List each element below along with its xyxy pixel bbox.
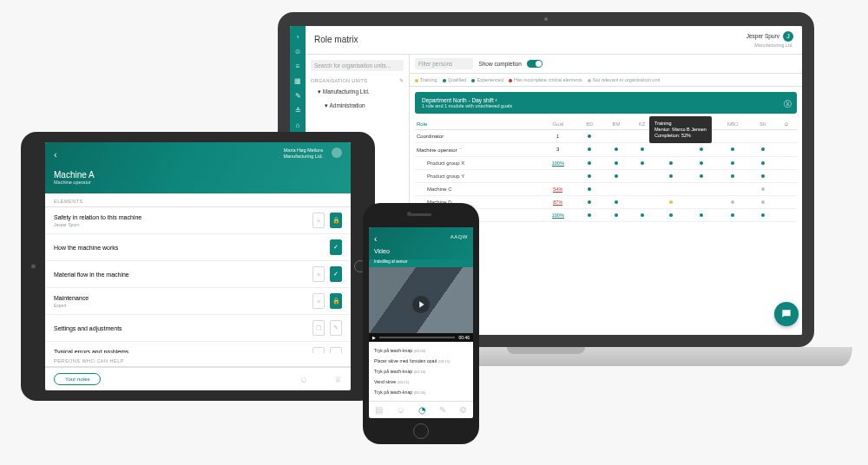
nav-org-icon[interactable]: ⌂ — [296, 121, 300, 129]
legend-notrelevant: Not relevant in organisation unit — [593, 77, 660, 82]
list-item[interactable]: MaintenanceExpert ≡🔒 — [45, 288, 351, 315]
list-item[interactable]: Settings and adjustments ▢✎ — [45, 315, 351, 342]
nav-expand-icon[interactable]: › — [297, 33, 299, 41]
tablet-camera-icon — [31, 265, 36, 269]
tree-item-root[interactable]: ▾ Manufacturing Ltd. — [311, 87, 404, 97]
dept-title: Department North - Day shift — [422, 97, 494, 103]
role-cell[interactable]: Product group Y — [415, 169, 539, 182]
check-icon[interactable]: ✓ — [330, 266, 342, 282]
edit-icon[interactable]: ✎ — [330, 320, 342, 336]
legend-training: Training — [420, 77, 437, 82]
tablet-user[interactable]: Maria Høg Mellora Manufacturing Ltd. — [283, 147, 323, 159]
check-icon[interactable]: ✓ — [330, 239, 342, 255]
element-list: Safety in relation to this machineJesper… — [45, 207, 351, 353]
document-icon[interactable]: ≡ — [312, 213, 325, 228]
avatar[interactable] — [332, 147, 342, 158]
play-icon[interactable] — [411, 295, 431, 314]
dept-subtitle: 1 role and 1 module with unachieved goal… — [422, 103, 790, 108]
legend-experienced: Experienced — [477, 77, 503, 82]
col-role[interactable]: Role — [415, 119, 539, 130]
video-duration: 00:46 — [458, 335, 470, 340]
list-item[interactable]: Vend skive (00:21) — [374, 377, 468, 387]
current-user[interactable]: Jesper SpurvJ Manufacturing Ltd. — [746, 31, 793, 49]
tab-people-icon[interactable]: ☺ — [396, 405, 404, 415]
table-header-row: Role Goal BD BM KZ MBJ MP NBO SK ☺ — [415, 119, 797, 130]
list-item[interactable]: Safety in relation to this machineJesper… — [45, 207, 351, 234]
role-cell[interactable]: Machine operator ⌃ — [415, 142, 539, 156]
col-sk[interactable]: SK — [751, 119, 776, 130]
status-icon[interactable]: ○ — [330, 347, 342, 353]
nav-edit-icon[interactable]: ✎ — [295, 92, 301, 100]
lock-icon[interactable]: 🔒 — [330, 293, 342, 309]
col-bm[interactable]: BM — [602, 119, 629, 130]
tree-item-admin[interactable]: ▾ Administration — [311, 101, 404, 111]
list-item[interactable]: Placer skive med forsiden opad (00:11) — [374, 356, 468, 366]
chat-fab-button[interactable] — [774, 302, 799, 326]
nav-user-icon[interactable]: ☺ — [294, 48, 301, 56]
pct-badge: 87% — [553, 200, 562, 206]
legend-incomplete: Has incomplete critical elements — [514, 77, 582, 82]
pct-badge: 54% — [553, 187, 562, 193]
page-title: Video — [374, 248, 390, 254]
user-name: Maria Høg Mellora — [284, 147, 323, 153]
tab-notify-icon[interactable]: ◔ — [418, 405, 426, 415]
trophy-icon[interactable]: ♕ — [334, 375, 342, 384]
item-title: Safety in relation to this machine — [54, 214, 141, 220]
chapter-list: Tryk på teach-knap (00:09) Placer skive … — [369, 342, 473, 401]
phone-tabbar: ▤ ☺ ◔ ✎ ⚙ — [369, 401, 473, 418]
list-item[interactable]: How the machine works ✓ — [45, 234, 351, 261]
item-title: How the machine works — [54, 245, 118, 251]
people-icon[interactable]: ☺ — [299, 375, 308, 384]
role-cell[interactable]: Product group X — [415, 156, 539, 169]
tooltip-line: Training — [654, 121, 707, 127]
list-item[interactable]: Tryk på teach-knap (00:26) — [374, 387, 468, 397]
nav-stats-icon[interactable]: ≛ — [295, 107, 301, 115]
col-nbo[interactable]: NBO — [715, 119, 751, 130]
progress-bar[interactable] — [379, 337, 455, 338]
video-player[interactable]: ▶ 00:46 — [369, 267, 473, 342]
show-completion-toggle[interactable] — [527, 60, 542, 68]
role-cell[interactable]: Machine C — [415, 182, 539, 195]
tooltip-line: Mentor: Marco B Jensen — [654, 127, 707, 133]
phone-header: ‹ AAQW Video — [369, 227, 473, 259]
nav-list-icon[interactable]: ≡ — [296, 62, 300, 70]
play-button[interactable]: ▶ — [372, 335, 376, 340]
lock-icon[interactable]: 🔒 — [330, 213, 342, 228]
back-icon[interactable]: ‹ — [54, 149, 57, 160]
item-sub: Jesper Spurv — [54, 222, 141, 227]
list-item[interactable]: Tryk på teach-knap (00:09) — [374, 345, 468, 356]
edit-icon[interactable]: ✎ — [399, 78, 404, 83]
video-icon[interactable]: ▢ — [312, 320, 325, 336]
role-cell[interactable]: Coordinator — [415, 129, 539, 142]
tablet-device: ‹ Maria Høg Mellora Manufacturing Ltd. M… — [21, 132, 375, 401]
page-subtitle: Indstilling af sensor — [369, 259, 473, 267]
laptop-camera-icon — [544, 17, 548, 21]
cell-tooltip: Training Mentor: Marco B Jensen Completi… — [649, 116, 712, 143]
list-item[interactable]: Tryk på teach-knap (00:18) — [374, 366, 468, 377]
tab-settings-icon[interactable]: ⚙ — [459, 405, 467, 415]
document-icon[interactable]: ≡ — [312, 266, 325, 282]
list-item[interactable]: Typical errors and problemsMarco B Jense… — [45, 342, 351, 353]
org-search-input[interactable]: Search for organisation units... — [311, 60, 404, 71]
user-org: Manufacturing Ltd. — [283, 154, 323, 159]
back-icon[interactable]: ‹ — [374, 234, 377, 244]
nav-grid-icon[interactable]: ▦ — [294, 77, 301, 85]
list-item[interactable]: Material flow in the machine ≡✓ — [45, 261, 351, 288]
document-icon[interactable]: ≡ — [312, 347, 325, 353]
phone-home-button[interactable] — [413, 423, 429, 439]
document-icon[interactable]: ≡ — [312, 293, 325, 309]
col-bd[interactable]: BD — [577, 119, 603, 130]
your-notes-button[interactable]: Your notes — [54, 373, 101, 385]
col-goal: Goal — [539, 119, 577, 130]
tab-edit-icon[interactable]: ✎ — [439, 405, 446, 415]
help-header: PERSONS WHO CAN HELP — [45, 353, 351, 367]
pct-badge: 100% — [552, 160, 564, 167]
close-icon[interactable]: ⓧ — [784, 99, 792, 110]
page-subtitle: Machine operator — [54, 180, 342, 185]
phone-camera-icon — [407, 212, 411, 216]
tab-doc-icon[interactable]: ▤ — [375, 405, 383, 415]
collapse-icon[interactable]: ⌃ — [458, 147, 463, 153]
tree-label: Manufacturing Ltd. — [323, 88, 370, 95]
add-person-icon[interactable]: ☺ — [775, 119, 797, 130]
person-filter-input[interactable]: Filter persons — [415, 58, 473, 69]
